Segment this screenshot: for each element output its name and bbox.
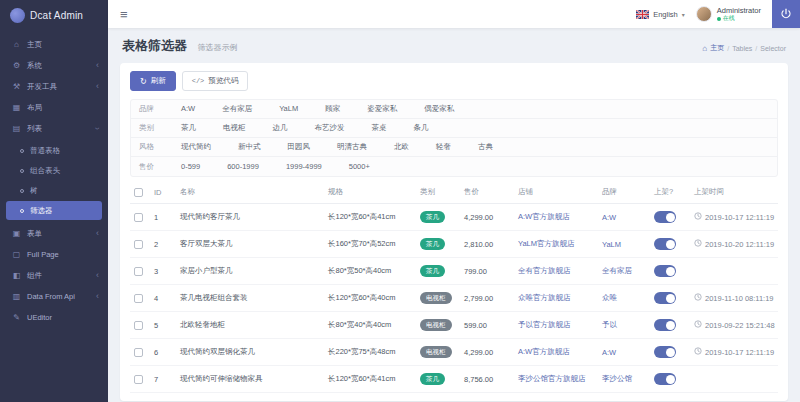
onshelf-cell xyxy=(650,285,690,312)
clock-icon xyxy=(694,347,702,357)
sidebar-item-home[interactable]: ⌂主页 xyxy=(0,34,108,55)
logo[interactable]: Dcat Admin xyxy=(0,0,108,30)
sidebar-item-label: 列表 xyxy=(27,124,96,134)
sidebar-item-editor[interactable]: ✎UEditor xyxy=(0,307,108,328)
sidebar-item-page[interactable]: ▢Full Page xyxy=(0,244,108,265)
store-link[interactable]: 予以官方旗舰店 xyxy=(518,320,571,329)
filter-option[interactable]: 田园风 xyxy=(288,142,311,152)
store-link[interactable]: 全有官方旗舰店 xyxy=(518,266,571,275)
filter-option[interactable]: 顾家 xyxy=(325,104,340,114)
refresh-button[interactable]: ↻ 刷新 xyxy=(130,71,176,91)
filter-option[interactable]: 0-599 xyxy=(181,162,200,171)
filter-option[interactable]: 偶爱家私 xyxy=(424,104,454,114)
row-checkbox[interactable] xyxy=(134,294,143,303)
onshelf-toggle[interactable] xyxy=(654,211,676,223)
filter-option[interactable]: 明清古典 xyxy=(337,142,367,152)
sidebar-subitem[interactable]: 组合表头 xyxy=(6,161,102,180)
row-checkbox[interactable] xyxy=(134,213,143,222)
sidebar-item-layout[interactable]: ▦布局 xyxy=(0,97,108,118)
brand-link[interactable]: YaLM xyxy=(602,240,621,249)
sidebar-item-label: 布局 xyxy=(27,103,99,113)
category-cell: 电视柜 xyxy=(416,285,460,312)
sidebar-item-component[interactable]: ◧组件‹ xyxy=(0,265,108,286)
filter-option[interactable]: 新中式 xyxy=(238,142,261,152)
hamburger-icon[interactable]: ≡ xyxy=(120,8,128,21)
onshelf-cell xyxy=(650,231,690,258)
brand-link[interactable]: 众唯 xyxy=(602,293,617,302)
category-cell: 电视柜 xyxy=(416,339,460,366)
price-cell: 4,299.00 xyxy=(460,339,514,366)
row-checkbox[interactable] xyxy=(134,321,143,330)
filter-option[interactable]: 5000+ xyxy=(349,162,370,171)
user-menu[interactable]: Administrator 在线 xyxy=(696,6,761,23)
shelf-time: 2019-10-17 12:11:19 xyxy=(694,212,774,222)
sidebar-item-gear[interactable]: ⚙系统‹ xyxy=(0,55,108,76)
filter-option[interactable]: 茶桌 xyxy=(372,123,387,133)
filter-option[interactable]: 1999-4999 xyxy=(286,162,322,171)
filter-option[interactable]: 北欧 xyxy=(394,142,409,152)
select-all-checkbox[interactable] xyxy=(134,188,143,197)
filter-option[interactable]: 600-1999 xyxy=(227,162,259,171)
price-cell: 799.00 xyxy=(460,258,514,285)
sidebar-item-form[interactable]: ▣表单‹ xyxy=(0,223,108,244)
preview-code-button[interactable]: </> 预览代码 xyxy=(182,71,249,91)
filter-option[interactable]: YaLM xyxy=(279,104,298,114)
sidebar-item-tools[interactable]: ⚒开发工具‹ xyxy=(0,76,108,97)
breadcrumb-item[interactable]: 主页 xyxy=(710,43,724,53)
shelf-time-cell: 2019-10-17 12:11:19 xyxy=(690,204,778,231)
onshelf-toggle[interactable] xyxy=(654,265,676,277)
spec-cell: 长220*宽75*高48cm xyxy=(324,339,416,366)
row-checkbox[interactable] xyxy=(134,375,143,384)
category-cell: 茶几 xyxy=(416,204,460,231)
onshelf-toggle[interactable] xyxy=(654,373,676,385)
submenu: 普通表格组合表头树筛选器 xyxy=(0,139,108,223)
filter-label: 品牌 xyxy=(139,104,181,114)
filter-option[interactable]: 全有家居 xyxy=(222,104,252,114)
column-header: 类别 xyxy=(416,181,460,204)
onshelf-toggle[interactable] xyxy=(654,319,676,331)
filter-option[interactable]: 姿爱家私 xyxy=(367,104,397,114)
shelf-time-text: 2019-09-22 15:21:48 xyxy=(705,321,775,330)
name-cell: 现代简约双层钢化茶几 xyxy=(176,339,324,366)
brand-link[interactable]: A:W xyxy=(602,213,616,222)
shelf-time: 2019-10-17 12:11:19 xyxy=(694,347,774,357)
spec-cell: 长80*宽50*高40cm xyxy=(324,258,416,285)
onshelf-toggle[interactable] xyxy=(654,346,676,358)
sidebar-subitem[interactable]: 树 xyxy=(6,181,102,200)
sidebar-subitem[interactable]: 普通表格 xyxy=(6,141,102,160)
language-switcher[interactable]: English ▾ xyxy=(636,10,685,19)
filter-option[interactable]: 现代简约 xyxy=(181,142,211,152)
store-link[interactable]: A:W官方旗舰店 xyxy=(518,212,570,221)
shelf-time: 2019-10-20 12:11:19 xyxy=(694,239,774,249)
filter-option[interactable]: A:W xyxy=(181,104,195,114)
sidebar-item-list[interactable]: ▤列表‹ xyxy=(0,118,108,139)
filter-option[interactable]: 古典 xyxy=(478,142,493,152)
filter-option[interactable]: 条几 xyxy=(414,123,429,133)
row-checkbox[interactable] xyxy=(134,348,143,357)
sidebar-item-api[interactable]: ▥Data From Api‹ xyxy=(0,286,108,307)
sidebar-subitem[interactable]: 筛选器 xyxy=(6,201,102,220)
filter-option[interactable]: 轻奢 xyxy=(436,142,451,152)
column-header: 规格 xyxy=(324,181,416,204)
row-checkbox[interactable] xyxy=(134,240,143,249)
filter-option[interactable]: 茶几 xyxy=(181,123,196,133)
row-checkbox[interactable] xyxy=(134,267,143,276)
store-link[interactable]: 李沙公馆官方旗舰店 xyxy=(518,374,586,383)
onshelf-toggle[interactable] xyxy=(654,238,676,250)
store-cell: A:W官方旗舰店 xyxy=(514,204,598,231)
brand-link[interactable]: A:W xyxy=(602,348,616,357)
filter-option[interactable]: 布艺沙发 xyxy=(315,123,345,133)
store-link[interactable]: A:W官方旗舰店 xyxy=(518,347,570,356)
filter-option[interactable]: 电视柜 xyxy=(223,123,246,133)
logout-button[interactable] xyxy=(772,0,800,28)
breadcrumb-separator: / xyxy=(727,45,729,52)
brand-link[interactable]: 全有家居 xyxy=(602,266,632,275)
filter-option[interactable]: 边几 xyxy=(273,123,288,133)
store-link[interactable]: YaLM官方旗舰店 xyxy=(518,239,575,248)
brand-link[interactable]: 予以 xyxy=(602,320,617,329)
onshelf-toggle[interactable] xyxy=(654,292,676,304)
layout-icon: ▦ xyxy=(11,103,22,112)
brand-link[interactable]: 李沙公馆 xyxy=(602,374,632,383)
logo-icon xyxy=(10,8,25,23)
store-link[interactable]: 众唯官方旗舰店 xyxy=(518,293,571,302)
